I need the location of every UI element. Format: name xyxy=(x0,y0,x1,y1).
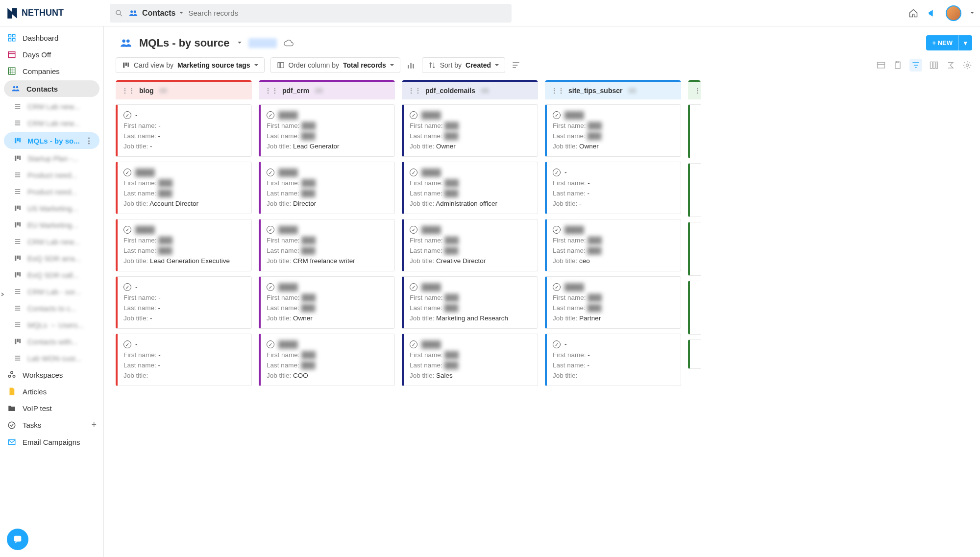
card[interactable]: ████First name: ███Last name: ███Job tit… xyxy=(402,162,538,214)
home-icon[interactable] xyxy=(908,8,918,18)
search-entity-selector[interactable]: Contacts xyxy=(128,8,183,18)
logo[interactable]: NETHUNT xyxy=(6,7,104,20)
cloud-icon[interactable] xyxy=(284,38,294,48)
card-title-row: ████ xyxy=(410,167,532,178)
card[interactable] xyxy=(688,339,701,369)
grip-icon[interactable]: ⋮⋮ xyxy=(694,87,701,95)
sidebar-item-dashboard[interactable]: Dashboard xyxy=(0,29,103,46)
card[interactable]: ████First name: ███Last name: ███Job tit… xyxy=(259,162,395,214)
sidebar-view[interactable]: Startup Plan -... xyxy=(0,150,103,167)
chevron-down-icon[interactable] xyxy=(970,12,974,16)
plus-icon[interactable]: + xyxy=(91,420,97,430)
chevron-down-icon[interactable] xyxy=(238,42,242,46)
svg-rect-75 xyxy=(278,63,280,68)
card[interactable]: -First name: -Last name: -Job title: xyxy=(545,334,681,386)
card[interactable]: ████First name: ███Last name: ███Job tit… xyxy=(116,219,252,271)
card-title: - xyxy=(564,340,567,348)
columns-toggle-icon[interactable] xyxy=(929,60,939,70)
column-header[interactable]: ⋮⋮pdf_coldemails00 xyxy=(402,80,538,99)
card[interactable] xyxy=(688,222,701,276)
sidebar-item-daysoff[interactable]: Days Off xyxy=(0,46,103,63)
order-selector[interactable]: Order column by Total records xyxy=(270,57,400,73)
search-input[interactable] xyxy=(188,9,507,17)
card[interactable]: ████First name: ███Last name: ███Job tit… xyxy=(402,334,538,386)
card[interactable]: ████First name: ███Last name: ███Job tit… xyxy=(545,276,681,329)
sidebar-view[interactable]: CRM Lab - sor... xyxy=(0,283,103,300)
sort-lines-icon[interactable] xyxy=(511,60,521,70)
grip-icon[interactable]: ⋮⋮ xyxy=(265,87,278,95)
card[interactable]: -First name: -Last name: -Job title: - xyxy=(116,276,252,329)
gear-icon[interactable] xyxy=(962,60,972,70)
sigma-icon[interactable] xyxy=(946,60,956,70)
chart-icon[interactable] xyxy=(406,60,416,70)
sidebar-view[interactable]: CRM Lab new... xyxy=(0,233,103,250)
card[interactable]: ████First name: ███Last name: ███Job tit… xyxy=(259,276,395,329)
main: MQLs - by source + NEW ▾ Card view by Ma… xyxy=(104,26,980,557)
card[interactable]: ████First name: ███Last name: ███Job tit… xyxy=(545,104,681,157)
column-header[interactable]: ⋮⋮ xyxy=(688,80,701,99)
sort-selector[interactable]: Sort by Created xyxy=(422,57,506,73)
avatar[interactable] xyxy=(946,5,961,21)
sidebar-item-workspaces[interactable]: Workspaces xyxy=(0,366,103,383)
card[interactable] xyxy=(688,281,701,335)
card-last: Last name: ███ xyxy=(123,188,245,198)
sidebar-view[interactable]: Product need... xyxy=(0,167,103,183)
svg-rect-44 xyxy=(15,256,16,261)
clipboard-icon[interactable] xyxy=(893,60,903,70)
grip-icon[interactable]: ⋮⋮ xyxy=(551,87,564,95)
card-title-row: ████ xyxy=(410,110,532,121)
card[interactable] xyxy=(688,163,701,217)
layout-icon[interactable] xyxy=(876,60,886,70)
filter-icon[interactable] xyxy=(909,59,922,72)
folder-icon xyxy=(7,403,17,413)
new-button[interactable]: + NEW ▾ xyxy=(926,35,972,50)
board-column: ⋮⋮pdf_crm00████First name: ███Last name:… xyxy=(259,80,395,547)
sidebar-view[interactable]: EoQ SDR arra... xyxy=(0,250,103,266)
card-first: First name: - xyxy=(123,292,245,303)
sidebar-view[interactable]: Product need... xyxy=(0,183,103,200)
grip-icon[interactable]: ⋮⋮ xyxy=(408,87,421,95)
card[interactable]: -First name: -Last name: -Job title: - xyxy=(116,104,252,157)
sidebar-view[interactable]: EU Marketing... xyxy=(0,217,103,233)
sidebar-view[interactable]: Contacts to c... xyxy=(0,300,103,316)
sidebar-item-contacts[interactable]: Contacts xyxy=(4,80,99,97)
board: ⋮⋮blog00-First name: -Last name: -Job ti… xyxy=(114,80,980,557)
grip-icon[interactable]: ⋮⋮ xyxy=(122,87,135,95)
sidebar-item-voip[interactable]: VoIP test xyxy=(0,400,103,416)
intercom-launcher[interactable] xyxy=(7,529,28,550)
sidebar-view[interactable]: CRM Lab new... xyxy=(0,98,103,115)
column-header[interactable]: ⋮⋮site_tips_subscr00 xyxy=(545,80,681,99)
sidebar-view[interactable]: Contacts with... xyxy=(0,333,103,350)
card[interactable]: ████First name: ███Last name: ███Job tit… xyxy=(402,104,538,157)
card-last: Last name: ███ xyxy=(410,303,532,313)
card[interactable]: ████First name: ███Last name: ███Job tit… xyxy=(545,219,681,271)
card[interactable]: ████First name: ███Last name: ███Job tit… xyxy=(116,162,252,214)
card[interactable]: ████First name: ███Last name: ███Job tit… xyxy=(259,104,395,157)
card[interactable]: ████First name: ███Last name: ███Job tit… xyxy=(259,334,395,386)
sidebar-item-articles[interactable]: Articles xyxy=(0,383,103,400)
more-icon[interactable]: ⋮ xyxy=(85,136,93,145)
card-first: First name: ███ xyxy=(410,292,532,303)
card-view-selector[interactable]: Card view by Marketing source tags xyxy=(116,57,265,73)
sidebar-view[interactable]: US Marketing... xyxy=(0,200,103,217)
sidebar-view[interactable]: Lab WON cust... xyxy=(0,350,103,366)
svg-point-2 xyxy=(130,10,133,13)
card[interactable]: -First name: -Last name: -Job title: - xyxy=(545,162,681,214)
column-header[interactable]: ⋮⋮pdf_crm00 xyxy=(259,80,395,99)
announce-icon[interactable] xyxy=(927,8,937,18)
sidebar-item-email[interactable]: Email Campaigns xyxy=(0,434,103,450)
sidebar-view-active[interactable]: MQLs - by so... ⋮ xyxy=(4,132,99,149)
sidebar-view[interactable]: CRM Lab new... xyxy=(0,115,103,131)
sidebar-view[interactable]: EoQ SDR call... xyxy=(0,266,103,283)
chevron-down-icon[interactable]: ▾ xyxy=(959,35,972,50)
column-header[interactable]: ⋮⋮blog00 xyxy=(116,80,252,99)
card[interactable] xyxy=(688,104,701,158)
search-bar[interactable]: Contacts xyxy=(110,4,512,23)
card[interactable]: ████First name: ███Last name: ███Job tit… xyxy=(402,276,538,329)
card[interactable]: ████First name: ███Last name: ███Job tit… xyxy=(402,219,538,271)
sidebar-view[interactable]: MQLs → Users... xyxy=(0,316,103,333)
card[interactable]: ████First name: ███Last name: ███Job tit… xyxy=(259,219,395,271)
card[interactable]: -First name: -Last name: -Job title: xyxy=(116,334,252,386)
sidebar-item-tasks[interactable]: Tasks + xyxy=(0,416,103,434)
sidebar-item-companies[interactable]: Companies xyxy=(0,63,103,79)
